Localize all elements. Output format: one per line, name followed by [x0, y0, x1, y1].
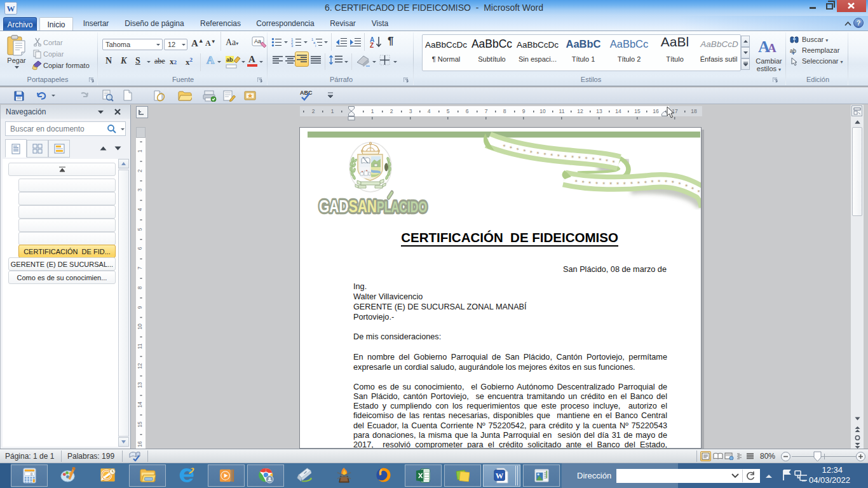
svg-text:13: 13 — [137, 382, 143, 388]
svg-text:5: 5 — [447, 108, 450, 114]
svg-text:ABC: ABC — [300, 90, 313, 96]
svg-text:12: 12 — [137, 363, 143, 369]
svg-text:8: 8 — [503, 108, 506, 114]
svg-text:Aa: Aa — [254, 38, 261, 44]
svg-text:14: 14 — [615, 108, 621, 114]
svg-text:11: 11 — [559, 108, 565, 114]
svg-text:0: 0 — [31, 472, 32, 476]
svg-text:12: 12 — [577, 108, 583, 114]
svg-text:2: 2 — [312, 108, 315, 114]
svg-text:4: 4 — [137, 208, 143, 211]
svg-text:11: 11 — [137, 343, 143, 349]
svg-text:8: 8 — [137, 286, 143, 289]
svg-text:5: 5 — [137, 227, 143, 231]
svg-text:ab: ab — [226, 57, 233, 63]
svg-text:GADSANPLACIDO: GADSANPLACIDO — [319, 196, 427, 216]
svg-text:4: 4 — [428, 108, 431, 114]
svg-text:W: W — [496, 471, 504, 480]
svg-text:15: 15 — [137, 421, 143, 428]
svg-text:16: 16 — [137, 441, 143, 447]
svg-text:1: 1 — [371, 108, 374, 114]
svg-text:Z: Z — [370, 42, 374, 48]
svg-text:2: 2 — [137, 169, 143, 172]
svg-text:18: 18 — [691, 108, 697, 114]
svg-text:13: 13 — [596, 108, 602, 114]
svg-text:14: 14 — [137, 402, 143, 408]
svg-text:3: 3 — [137, 188, 143, 191]
svg-text:6: 6 — [466, 108, 469, 114]
svg-text:9: 9 — [522, 108, 526, 114]
svg-text:2: 2 — [390, 108, 393, 114]
svg-text:15: 15 — [634, 108, 641, 114]
svg-text:i: i — [315, 44, 316, 47]
svg-text:9: 9 — [137, 306, 143, 309]
svg-text:10: 10 — [539, 108, 546, 114]
svg-text:3: 3 — [291, 44, 294, 47]
svg-text:1: 1 — [137, 149, 143, 152]
svg-text:W: W — [7, 4, 15, 13]
svg-text:7: 7 — [137, 266, 143, 269]
svg-text:7: 7 — [485, 108, 488, 114]
svg-text:6: 6 — [137, 247, 143, 250]
svg-text:16: 16 — [653, 108, 659, 114]
svg-text:A: A — [768, 41, 776, 55]
svg-text:1: 1 — [331, 108, 334, 114]
svg-text:3: 3 — [409, 108, 412, 114]
svg-text:10: 10 — [137, 323, 143, 330]
